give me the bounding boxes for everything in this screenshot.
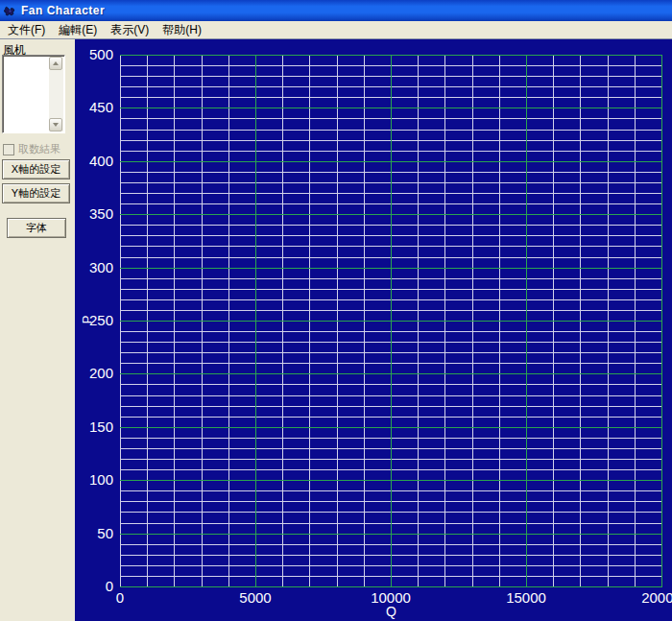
menu-edit[interactable]: 編輯(E) (53, 20, 105, 40)
y-tick-label: 500 (75, 46, 113, 63)
menu-help[interactable]: 帮助(H) (156, 20, 209, 40)
menu-view[interactable]: 表示(V) (105, 20, 156, 40)
y-axis-title: P (80, 312, 95, 327)
plot-area (120, 55, 662, 587)
h-grid-line (120, 321, 662, 322)
y-tick-label: 300 (75, 259, 113, 276)
y-tick-label: 100 (75, 471, 113, 489)
x-axis-title: Q (120, 604, 662, 619)
triangle-down-icon (53, 123, 59, 127)
result-checkbox-label: 取数結果 (18, 142, 60, 156)
h-grid-line (120, 480, 662, 481)
h-grid-line (120, 161, 662, 162)
y-tick-label: 150 (75, 418, 113, 436)
x-axis-settings-button[interactable]: X軸的設定 (2, 159, 70, 179)
fan-listbox-scrollbar[interactable] (49, 57, 63, 131)
h-grid-line (120, 373, 662, 374)
h-grid-line (120, 427, 662, 428)
result-checkbox[interactable] (3, 144, 14, 155)
font-button[interactable]: 字体 (7, 218, 66, 238)
title-bar: Fan Character (0, 0, 672, 21)
app-window: Fan Character 文件(F) 編輯(E) 表示(V) 帮助(H) 風机… (0, 0, 672, 621)
y-tick-label: 350 (75, 205, 113, 223)
h-grid-line (120, 534, 662, 535)
fan-pinwheel-icon (3, 4, 17, 18)
scroll-up-button[interactable] (49, 57, 62, 70)
h-grid-line (120, 586, 662, 587)
h-grid-line (120, 107, 662, 108)
h-grid-line (120, 214, 662, 215)
scroll-down-button[interactable] (49, 118, 62, 131)
y-tick-label: 200 (75, 365, 113, 382)
triangle-up-icon (53, 61, 59, 65)
y-tick-label: 50 (75, 525, 113, 542)
sidebar: 風机 取数結果 X軸的設定 Y軸的設定 字体 (0, 39, 75, 621)
result-checkbox-row: 取数結果 (3, 142, 60, 156)
y-axis-settings-button[interactable]: Y軸的設定 (2, 183, 70, 203)
y-tick-label: 450 (75, 99, 113, 116)
menu-bar: 文件(F) 編輯(E) 表示(V) 帮助(H) (0, 21, 672, 39)
menu-file[interactable]: 文件(F) (2, 20, 53, 40)
h-grid-line (120, 268, 662, 269)
window-title: Fan Character (21, 4, 105, 17)
fan-listbox[interactable] (2, 55, 65, 133)
y-tick-label: 400 (75, 153, 113, 170)
h-grid-line (120, 55, 662, 56)
